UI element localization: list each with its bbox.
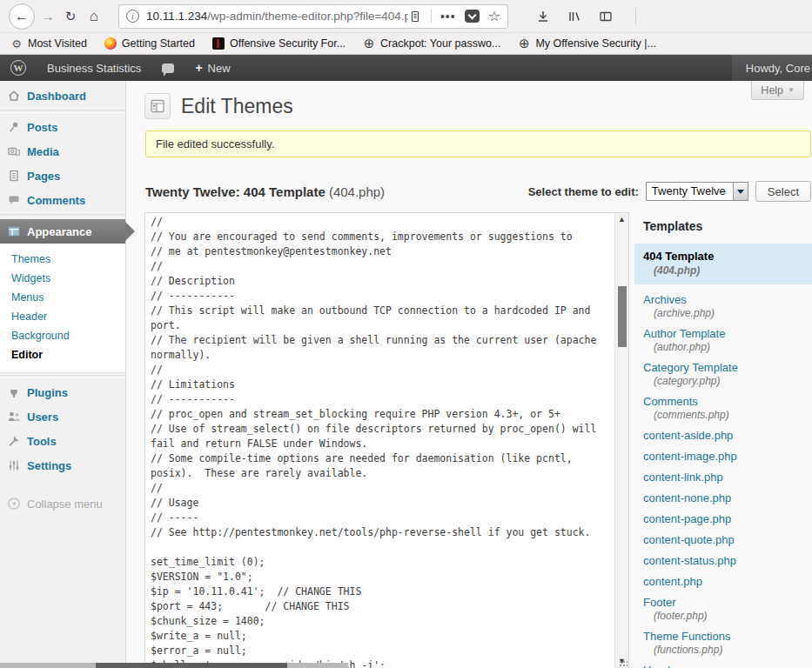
select-dropdown-arrow-icon[interactable] [733, 183, 748, 200]
browser-toolbar: ← → ↻ ⌂ i 10.11.1.234/wp-admin/theme-edi… [0, 0, 812, 33]
url-bar[interactable]: i 10.11.1.234/wp-admin/theme-editor.php?… [118, 4, 508, 29]
pocket-icon[interactable] [465, 10, 480, 23]
back-button[interactable]: ← [9, 3, 35, 30]
reload-button[interactable]: ↻ [59, 9, 82, 24]
bookmark-label: Getting Started [122, 37, 195, 50]
howdy-account-link[interactable]: Howdy, Core [732, 55, 812, 81]
textarea-resize-grip[interactable] [618, 659, 627, 668]
sidebar-item-plugins[interactable]: Plugins [0, 380, 125, 404]
site-name-link[interactable]: Business Statistics [37, 55, 151, 81]
editor-scrollbar[interactable]: ▲ ▼ [614, 213, 628, 668]
success-notice: File edited successfully. [145, 130, 811, 157]
users-icon [7, 410, 21, 424]
sidebar-item-label: Dashboard [27, 90, 86, 103]
bookmark-item[interactable]: ⊕Crackpot: Your passwo... [363, 37, 500, 50]
template-item: content-page.php [643, 508, 812, 529]
sidebar-item-users[interactable]: Users [0, 404, 125, 429]
submenu-item-menus[interactable]: Menus [11, 288, 125, 307]
theme-template-name: Twenty Twelve: 404 Template [145, 184, 325, 199]
page-title: Edit Themes [181, 95, 293, 118]
site-info-icon[interactable]: i [126, 10, 139, 23]
template-link[interactable]: content-status.php [643, 554, 736, 568]
scroll-up-icon[interactable]: ▲ [615, 213, 628, 226]
forward-button[interactable]: → [37, 9, 59, 23]
sidebar-item-label: Posts [27, 121, 57, 134]
active-item-arrow [125, 222, 135, 241]
sidebar-item-label: Appearance [27, 225, 91, 238]
urlbar-separator [431, 9, 432, 23]
home-button[interactable]: ⌂ [82, 8, 106, 25]
template-link[interactable]: content.php [643, 575, 702, 589]
templates-sidebar: Templates 404 Template (404.php) Archive… [643, 212, 812, 668]
template-item: content-none.php [643, 487, 812, 508]
submenu-item-background[interactable]: Background [11, 326, 125, 345]
select-theme-button[interactable]: Select [755, 181, 811, 202]
template-item: Author Template(author.php) [643, 323, 812, 357]
template-link[interactable]: Author Template [643, 327, 725, 341]
globe-icon: ⊕ [518, 37, 530, 50]
url-text[interactable]: 10.11.1.234/wp-admin/theme-editor.php?fi… [146, 10, 408, 23]
submenu-item-widgets[interactable]: Widgets [11, 269, 125, 288]
template-item: Header(header.php) [643, 659, 812, 668]
template-link[interactable]: content-aside.php [643, 429, 733, 443]
template-link[interactable]: content-page.php [643, 512, 731, 526]
sidebar-menu: DashboardPostsMediaPagesCommentsAppearan… [0, 84, 125, 478]
sidebar-item-settings[interactable]: Settings [0, 453, 125, 478]
sidebar-item-pages[interactable]: Pages [0, 164, 125, 188]
submenu-item-header[interactable]: Header [11, 307, 125, 326]
bookmark-label: My Offensive Security |... [535, 37, 655, 50]
admin-sidebar: DashboardPostsMediaPagesCommentsAppearan… [0, 81, 126, 668]
scrollbar-thumb[interactable] [618, 286, 627, 347]
active-template-name: 404 Template [643, 250, 805, 264]
template-item: content-quote.php [643, 529, 812, 550]
help-tab[interactable]: Help ▼ [751, 81, 804, 100]
template-link[interactable]: content-link.php [643, 471, 723, 484]
bookmark-item[interactable]: Getting Started [104, 37, 195, 50]
template-link[interactable]: Comments [643, 395, 698, 409]
wp-logo-menu[interactable]: W [0, 55, 37, 81]
help-arrow-icon: ▼ [788, 86, 795, 94]
sidebar-item-comments[interactable]: Comments [0, 188, 125, 212]
template-link[interactable]: Archives [643, 293, 687, 307]
template-filename: (functions.php) [643, 644, 812, 657]
sidebar-item-label: Plugins [27, 386, 68, 399]
template-link[interactable]: Theme Functions [643, 630, 730, 644]
code-textarea[interactable]: // // You are encouraged to send comment… [145, 213, 614, 668]
template-link[interactable]: content-quote.php [643, 533, 735, 547]
sidebar-item-label: Pages [27, 170, 60, 183]
help-label: Help [761, 84, 783, 97]
bookmark-item[interactable]: Offensive Security For... [212, 37, 346, 50]
reader-mode-icon[interactable] [408, 10, 422, 23]
template-link[interactable]: Header [643, 664, 681, 668]
horizontal-scrollbar-thumb[interactable] [96, 663, 287, 668]
bookmark-star-icon[interactable]: ☆ [488, 8, 500, 24]
bookmark-item[interactable]: ⚙Most Visited [10, 37, 87, 50]
code-editor: // // You are encouraged to send comment… [144, 212, 629, 668]
active-template-item[interactable]: 404 Template (404.php) [634, 244, 812, 284]
sidebar-item-tools[interactable]: Tools [0, 429, 125, 453]
theme-select[interactable]: Twenty Twelve [646, 182, 748, 201]
wp-admin-bar: W Business Statistics +New Howdy, Core [0, 55, 812, 81]
template-link[interactable]: content-none.php [643, 491, 731, 505]
bookmark-item[interactable]: ⊕My Offensive Security |... [518, 37, 655, 50]
downloads-icon[interactable] [536, 10, 550, 23]
comments-icon [7, 193, 21, 207]
comments-bubble-link[interactable] [151, 55, 185, 81]
page-actions-icon[interactable]: ••• [440, 10, 456, 23]
library-icon[interactable] [567, 10, 581, 23]
sidebars-icon[interactable] [599, 10, 613, 23]
collapse-menu-button[interactable]: Collapse menu [7, 497, 125, 511]
sidebar-item-appearance[interactable]: Appearance [0, 219, 125, 244]
template-link[interactable]: Footer [643, 596, 676, 610]
submenu-item-editor[interactable]: Editor [11, 345, 125, 364]
sidebar-item-media[interactable]: Media [0, 139, 125, 164]
firefox-icon [104, 37, 117, 50]
horizontal-scrollbar[interactable] [0, 663, 348, 668]
sidebar-item-posts[interactable]: Posts [0, 115, 125, 139]
sidebar-item-dashboard[interactable]: Dashboard [0, 84, 125, 108]
new-content-link[interactable]: +New [185, 55, 240, 81]
template-link[interactable]: content-image.php [643, 450, 737, 464]
template-item: Footer(footer.php) [643, 591, 812, 625]
template-link[interactable]: Category Template [643, 361, 738, 375]
submenu-item-themes[interactable]: Themes [11, 250, 125, 269]
